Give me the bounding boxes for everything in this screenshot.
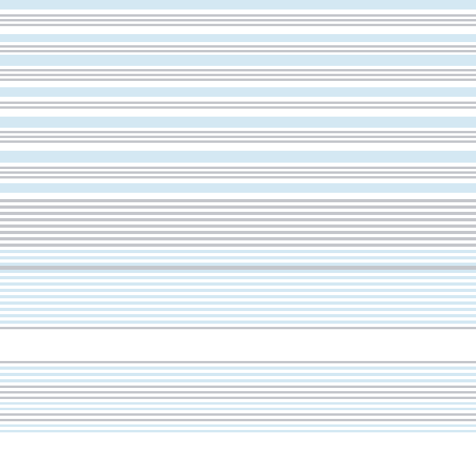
stripe [0, 117, 476, 128]
stripe [0, 329, 476, 361]
stripe [0, 109, 476, 117]
stripe [0, 34, 476, 42]
stripe [0, 430, 476, 432]
stripe [0, 193, 476, 199]
stripe [0, 151, 476, 163]
stripe [0, 55, 476, 66]
stripe [0, 0, 476, 10]
stripe [0, 26, 476, 34]
stripe [0, 81, 476, 87]
stripe [0, 143, 476, 151]
striped-pattern-image [0, 0, 476, 476]
stripe [0, 183, 476, 193]
stripe [0, 87, 476, 97]
